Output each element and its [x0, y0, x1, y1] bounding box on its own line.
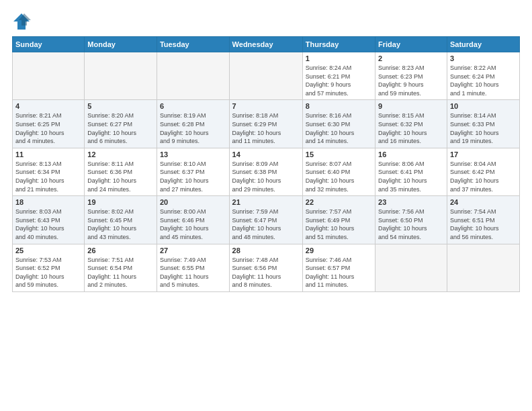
calendar-day: 14Sunrise: 8:09 AM Sunset: 6:38 PM Dayli… — [229, 148, 302, 195]
day-info: Sunrise: 8:09 AM Sunset: 6:38 PM Dayligh… — [232, 160, 300, 193]
day-number: 4 — [15, 102, 81, 110]
day-number: 26 — [87, 246, 154, 255]
day-info: Sunrise: 7:54 AM Sunset: 6:51 PM Dayligh… — [450, 208, 517, 241]
calendar-day — [85, 52, 157, 100]
calendar-day: 10Sunrise: 8:14 AM Sunset: 6:33 PM Dayli… — [447, 100, 519, 148]
day-info: Sunrise: 7:57 AM Sunset: 6:49 PM Dayligh… — [306, 208, 372, 241]
logo — [12, 12, 34, 31]
day-number: 11 — [15, 150, 81, 158]
day-number: 29 — [306, 246, 372, 255]
day-number: 8 — [306, 102, 372, 110]
calendar-day: 18Sunrise: 8:03 AM Sunset: 6:43 PM Dayli… — [13, 196, 85, 244]
day-info: Sunrise: 8:11 AM Sunset: 6:36 PM Dayligh… — [87, 160, 154, 193]
day-number: 17 — [450, 150, 517, 158]
day-number: 3 — [450, 54, 517, 62]
day-info: Sunrise: 8:22 AM Sunset: 6:24 PM Dayligh… — [450, 64, 517, 97]
calendar-day: 27Sunrise: 7:49 AM Sunset: 6:55 PM Dayli… — [157, 244, 229, 291]
calendar-day: 19Sunrise: 8:02 AM Sunset: 6:45 PM Dayli… — [85, 196, 157, 244]
calendar-day: 28Sunrise: 7:48 AM Sunset: 6:56 PM Dayli… — [229, 244, 302, 291]
calendar-day: 2Sunrise: 8:23 AM Sunset: 6:23 PM Daylig… — [375, 52, 447, 100]
day-number: 21 — [232, 198, 300, 206]
calendar-day: 17Sunrise: 8:04 AM Sunset: 6:42 PM Dayli… — [447, 148, 519, 195]
calendar-day — [447, 244, 519, 291]
day-number: 16 — [378, 150, 444, 158]
calendar-header-thursday: Thursday — [302, 37, 375, 52]
day-info: Sunrise: 8:02 AM Sunset: 6:45 PM Dayligh… — [87, 208, 154, 241]
day-number: 27 — [160, 246, 226, 255]
day-info: Sunrise: 7:53 AM Sunset: 6:52 PM Dayligh… — [15, 256, 81, 289]
calendar-header-monday: Monday — [85, 37, 157, 52]
calendar-header-wednesday: Wednesday — [229, 37, 302, 52]
day-info: Sunrise: 8:06 AM Sunset: 6:41 PM Dayligh… — [378, 160, 444, 193]
day-number: 23 — [378, 198, 444, 206]
calendar-day: 20Sunrise: 8:00 AM Sunset: 6:46 PM Dayli… — [157, 196, 229, 244]
day-number: 5 — [87, 102, 154, 110]
calendar-day: 9Sunrise: 8:15 AM Sunset: 6:32 PM Daylig… — [375, 100, 447, 148]
calendar-day: 3Sunrise: 8:22 AM Sunset: 6:24 PM Daylig… — [447, 52, 519, 100]
day-number: 1 — [306, 54, 372, 62]
day-info: Sunrise: 8:20 AM Sunset: 6:27 PM Dayligh… — [87, 111, 154, 145]
calendar-day: 7Sunrise: 8:18 AM Sunset: 6:29 PM Daylig… — [229, 100, 302, 148]
day-info: Sunrise: 8:04 AM Sunset: 6:42 PM Dayligh… — [450, 160, 517, 193]
calendar-day: 22Sunrise: 7:57 AM Sunset: 6:49 PM Dayli… — [302, 196, 375, 244]
calendar-week-5: 25Sunrise: 7:53 AM Sunset: 6:52 PM Dayli… — [13, 244, 520, 291]
calendar-day: 5Sunrise: 8:20 AM Sunset: 6:27 PM Daylig… — [85, 100, 157, 148]
day-number: 10 — [450, 102, 517, 110]
day-number: 6 — [160, 102, 226, 110]
calendar-week-3: 11Sunrise: 8:13 AM Sunset: 6:34 PM Dayli… — [13, 148, 520, 195]
day-number: 2 — [378, 54, 444, 62]
calendar-week-1: 1Sunrise: 8:24 AM Sunset: 6:21 PM Daylig… — [13, 52, 520, 100]
calendar-day — [375, 244, 447, 291]
calendar-day: 26Sunrise: 7:51 AM Sunset: 6:54 PM Dayli… — [85, 244, 157, 291]
calendar-header-sunday: Sunday — [13, 37, 85, 52]
day-info: Sunrise: 8:14 AM Sunset: 6:33 PM Dayligh… — [450, 111, 517, 145]
calendar-week-4: 18Sunrise: 8:03 AM Sunset: 6:43 PM Dayli… — [13, 196, 520, 244]
calendar-day: 8Sunrise: 8:16 AM Sunset: 6:30 PM Daylig… — [302, 100, 375, 148]
calendar-table: SundayMondayTuesdayWednesdayThursdayFrid… — [12, 36, 520, 292]
calendar-header-saturday: Saturday — [447, 37, 519, 52]
calendar-day: 6Sunrise: 8:19 AM Sunset: 6:28 PM Daylig… — [157, 100, 229, 148]
calendar-day: 23Sunrise: 7:56 AM Sunset: 6:50 PM Dayli… — [375, 196, 447, 244]
day-info: Sunrise: 8:19 AM Sunset: 6:28 PM Dayligh… — [160, 111, 226, 145]
calendar-day: 24Sunrise: 7:54 AM Sunset: 6:51 PM Dayli… — [447, 196, 519, 244]
day-number: 14 — [232, 150, 300, 158]
day-number: 15 — [306, 150, 372, 158]
calendar-day: 13Sunrise: 8:10 AM Sunset: 6:37 PM Dayli… — [157, 148, 229, 195]
day-info: Sunrise: 7:49 AM Sunset: 6:55 PM Dayligh… — [160, 256, 226, 289]
day-number: 19 — [87, 198, 154, 206]
day-number: 24 — [450, 198, 517, 206]
day-number: 22 — [306, 198, 372, 206]
day-info: Sunrise: 8:23 AM Sunset: 6:23 PM Dayligh… — [378, 64, 444, 97]
calendar-day: 21Sunrise: 7:59 AM Sunset: 6:47 PM Dayli… — [229, 196, 302, 244]
day-info: Sunrise: 8:15 AM Sunset: 6:32 PM Dayligh… — [378, 111, 444, 145]
calendar-day — [229, 52, 302, 100]
day-number: 28 — [232, 246, 300, 255]
day-info: Sunrise: 7:51 AM Sunset: 6:54 PM Dayligh… — [87, 256, 154, 289]
day-number: 20 — [160, 198, 226, 206]
day-info: Sunrise: 7:46 AM Sunset: 6:57 PM Dayligh… — [306, 256, 372, 289]
day-info: Sunrise: 8:16 AM Sunset: 6:30 PM Dayligh… — [306, 111, 372, 145]
day-info: Sunrise: 8:18 AM Sunset: 6:29 PM Dayligh… — [232, 111, 300, 145]
header — [12, 12, 520, 31]
day-info: Sunrise: 8:21 AM Sunset: 6:25 PM Dayligh… — [15, 111, 81, 145]
calendar-day: 1Sunrise: 8:24 AM Sunset: 6:21 PM Daylig… — [302, 52, 375, 100]
day-number: 25 — [15, 246, 81, 255]
day-number: 13 — [160, 150, 226, 158]
day-info: Sunrise: 7:59 AM Sunset: 6:47 PM Dayligh… — [232, 208, 300, 241]
calendar-day: 25Sunrise: 7:53 AM Sunset: 6:52 PM Dayli… — [13, 244, 85, 291]
calendar-day: 29Sunrise: 7:46 AM Sunset: 6:57 PM Dayli… — [302, 244, 375, 291]
day-info: Sunrise: 8:00 AM Sunset: 6:46 PM Dayligh… — [160, 208, 226, 241]
day-info: Sunrise: 7:48 AM Sunset: 6:56 PM Dayligh… — [232, 256, 300, 289]
day-info: Sunrise: 7:56 AM Sunset: 6:50 PM Dayligh… — [378, 208, 444, 241]
day-number: 12 — [87, 150, 154, 158]
calendar-day: 16Sunrise: 8:06 AM Sunset: 6:41 PM Dayli… — [375, 148, 447, 195]
day-info: Sunrise: 8:03 AM Sunset: 6:43 PM Dayligh… — [15, 208, 81, 241]
day-number: 7 — [232, 102, 300, 110]
day-number: 9 — [378, 102, 444, 110]
calendar-day: 11Sunrise: 8:13 AM Sunset: 6:34 PM Dayli… — [13, 148, 85, 195]
day-info: Sunrise: 8:13 AM Sunset: 6:34 PM Dayligh… — [15, 160, 81, 193]
calendar-day: 4Sunrise: 8:21 AM Sunset: 6:25 PM Daylig… — [13, 100, 85, 148]
calendar-day: 12Sunrise: 8:11 AM Sunset: 6:36 PM Dayli… — [85, 148, 157, 195]
calendar-header-tuesday: Tuesday — [157, 37, 229, 52]
day-info: Sunrise: 8:10 AM Sunset: 6:37 PM Dayligh… — [160, 160, 226, 193]
